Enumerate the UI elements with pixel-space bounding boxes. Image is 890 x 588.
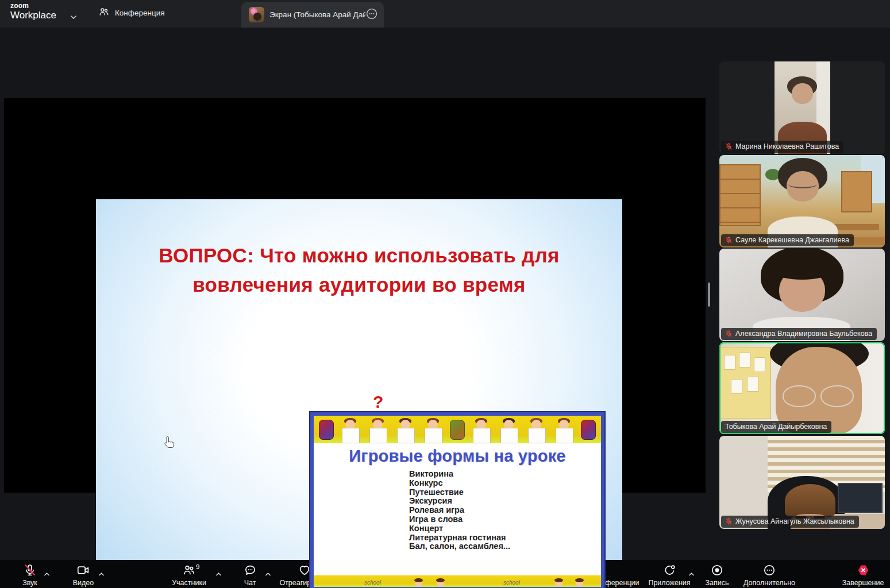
top-tab-bar: zoom Workplace Конференция Экран (Тобыко…: [0, 0, 890, 28]
avatar: [249, 7, 264, 22]
more-button-label: Дополнительно: [743, 579, 795, 587]
list-item: Концерт: [409, 524, 601, 533]
inner-slide-list: Викторина Конкурс Путешествие Экскурсия …: [314, 470, 601, 551]
participant-video: [775, 61, 830, 154]
cartoon-kids-banner-top: [314, 416, 601, 443]
school-doodle-text: school: [364, 579, 381, 586]
list-item: Литературная гостиная: [409, 533, 601, 543]
muted-mic-icon: [725, 518, 733, 525]
chat-bubble-icon: [243, 562, 257, 578]
participant-name-tag: Тобыкова Арай Дайырбековна: [721, 421, 831, 433]
kid-head: [555, 579, 562, 587]
participants-icon: [182, 562, 197, 578]
record-button[interactable]: Запись: [700, 562, 734, 587]
audio-button-label: Звук: [22, 579, 37, 587]
tab-menu-ellipsis-icon[interactable]: [365, 7, 378, 22]
backpack-figure: [581, 420, 596, 440]
participant-name: Тобыкова Арай Дайырбековна: [725, 423, 827, 431]
apps-icon: [662, 562, 677, 578]
more-ellipsis-icon: [762, 562, 776, 578]
list-item: Путешествие: [409, 488, 601, 497]
backpack-figure: [450, 420, 465, 440]
people-icon: [98, 6, 110, 20]
zoom-app-window: zoom Workplace Конференция Экран (Тобыко…: [0, 0, 890, 588]
participants-options-chevron[interactable]: [215, 568, 222, 579]
video-tile-participant-2[interactable]: Сауле Карекешевна Джангалиева: [719, 155, 885, 247]
apps-button-label: Приложения: [648, 579, 690, 587]
participants-button-label: Участники: [172, 579, 206, 587]
brand-chevron-down-icon[interactable]: [70, 11, 77, 22]
muted-mic-icon: [725, 143, 733, 150]
apps-options-chevron[interactable]: [688, 568, 695, 579]
mouse-cursor-hand: [163, 435, 176, 454]
school-doodle-text: school: [503, 579, 520, 586]
participant-name: Жунусова Айнагуль Жаксылыковна: [735, 517, 854, 525]
mic-muted-icon: [23, 562, 37, 578]
kid-head: [576, 579, 583, 587]
list-item: Бал, салон, ассамблея...: [409, 542, 601, 551]
end-call-icon: [856, 562, 870, 578]
kid-figure: [526, 418, 548, 443]
tab-screen-share[interactable]: Экран (Тобыкова Арай Дайырбе: [241, 2, 384, 28]
chat-button-label: Чат: [244, 579, 256, 587]
kid-figure: [498, 418, 520, 443]
cartoon-kids-banner-bottom: school school: [314, 575, 601, 587]
slide-title-hidden-fragment: ?: [373, 392, 383, 412]
slide-question-title: ВОПРОС: Что можно использовать для вовле…: [96, 241, 622, 299]
tab-conference-label: Конференция: [115, 9, 165, 17]
brand-zoom: zoom: [10, 2, 56, 9]
zoom-workplace-logo: zoom Workplace: [10, 2, 56, 20]
participant-name: Марина Николаевна Рашитова: [735, 142, 839, 150]
list-item: Конкурс: [409, 479, 601, 488]
tab-conference[interactable]: Конференция: [98, 6, 165, 20]
muted-mic-icon: [725, 237, 733, 244]
list-item: Викторина: [409, 470, 601, 479]
video-tile-participant-1[interactable]: Марина Николаевна Рашитова: [719, 61, 885, 154]
participant-name-tag: Сауле Карекешевна Джангалиева: [721, 234, 854, 246]
video-tile-participant-4-active-speaker[interactable]: Тобыкова Арай Дайырбековна: [719, 342, 885, 434]
kid-figure: [553, 418, 575, 443]
list-item: Экскурсия: [409, 497, 601, 506]
list-item: Игра в слова: [409, 515, 601, 524]
end-button-label: Завершение: [842, 579, 884, 587]
chat-button[interactable]: Чат: [233, 562, 267, 587]
kid-figure: [471, 418, 492, 443]
end-meeting-button[interactable]: Завершение: [837, 562, 889, 587]
kid-figure: [395, 418, 417, 443]
backpack-figure: [319, 420, 334, 440]
more-button[interactable]: Дополнительно: [738, 562, 801, 587]
tab-screen-label: Экран (Тобыкова Арай Дайырбе: [269, 10, 365, 19]
video-button[interactable]: Видео: [63, 562, 103, 587]
brand-workplace: Workplace: [10, 10, 56, 20]
audio-options-chevron[interactable]: [44, 568, 50, 579]
camera-icon: [76, 562, 90, 578]
kid-figure: [367, 418, 389, 443]
participant-name: Александра Владимировна Баульбекова: [735, 330, 872, 338]
chat-options-chevron[interactable]: [265, 568, 271, 579]
slide-title-line1: ВОПРОС: Что можно использовать для: [96, 241, 622, 270]
slide-title-line2: вовлечения аудитории во время: [96, 270, 622, 299]
kid-head: [415, 579, 422, 587]
apps-button[interactable]: Приложения: [644, 562, 695, 587]
record-button-label: Запись: [705, 579, 729, 587]
inner-slide-title: Игровые формы на уроке: [314, 447, 601, 466]
video-tile-participant-5[interactable]: Жунусова Айнагуль Жаксылыковна: [719, 436, 885, 529]
presentation-slide: ВОПРОС: Что можно использовать для вовле…: [96, 199, 622, 588]
list-item: Ролевая игра: [409, 506, 601, 515]
record-icon: [710, 562, 724, 578]
video-options-chevron[interactable]: [98, 568, 105, 579]
audio-button[interactable]: Звук: [10, 562, 50, 587]
shared-screen-stage: ВОПРОС: Что можно использовать для вовле…: [4, 98, 706, 493]
participants-count-badge: 9: [196, 563, 199, 570]
participant-name: Сауле Карекешевна Джангалиева: [735, 236, 849, 244]
video-button-label: Видео: [73, 579, 94, 587]
inner-slide-image: Игровые формы на уроке Викторина Конкурс…: [310, 412, 604, 588]
participant-name-tag: Марина Николаевна Рашитова: [721, 141, 843, 153]
kid-figure: [340, 418, 361, 443]
video-tile-participant-3[interactable]: Александра Владимировна Баульбекова: [719, 249, 885, 341]
participant-name-tag: Жунусова Айнагуль Жаксылыковна: [721, 516, 859, 528]
kid-head: [437, 579, 444, 587]
participants-button[interactable]: 9 Участники: [166, 562, 212, 587]
stage-scrollbar-thumb[interactable]: [708, 283, 710, 307]
muted-mic-icon: [725, 330, 733, 338]
